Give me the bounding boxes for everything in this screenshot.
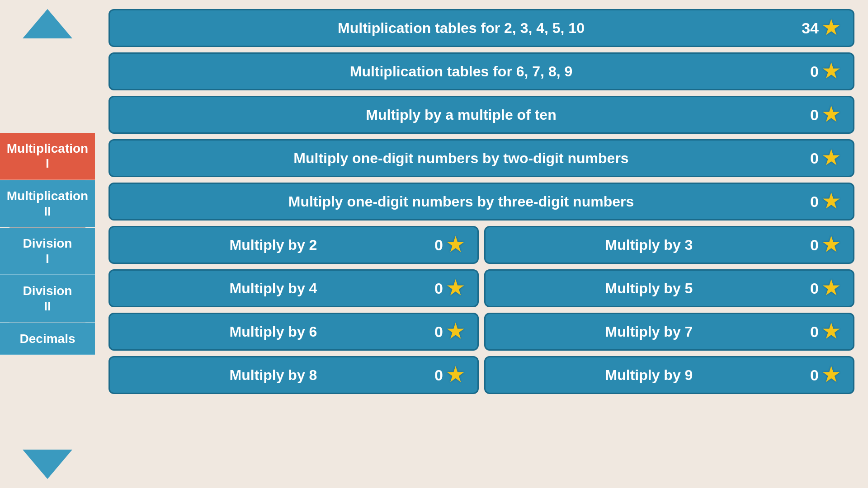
star-icon: ★ bbox=[822, 105, 840, 124]
score-area: 0 ★ bbox=[799, 279, 840, 298]
score-area: 0 ★ bbox=[799, 322, 840, 341]
topic-label: Multiply by 8 bbox=[123, 367, 423, 384]
sidebar-item-division-i[interactable]: DivisionI bbox=[0, 228, 95, 275]
score-area: 0 ★ bbox=[799, 235, 840, 254]
star-icon: ★ bbox=[822, 366, 840, 385]
score-area: 0 ★ bbox=[799, 105, 840, 124]
star-icon: ★ bbox=[822, 62, 840, 81]
topic-multiply-by-3[interactable]: Multiply by 3 0 ★ bbox=[484, 226, 854, 264]
sidebar: MultiplicationI MultiplicationII Divisio… bbox=[0, 0, 95, 488]
topic-mult-one-three-digit[interactable]: Multiply one-digit numbers by three-digi… bbox=[108, 183, 854, 221]
grid-row-6-7: Multiply by 6 0 ★ Multiply by 7 0 ★ bbox=[108, 313, 854, 351]
star-icon: ★ bbox=[447, 366, 464, 385]
topic-label: Multiply by 5 bbox=[499, 280, 799, 297]
topic-mult-tables-2-3-4-5-10[interactable]: Multiplication tables for 2, 3, 4, 5, 10… bbox=[108, 9, 854, 47]
score-area: 0 ★ bbox=[799, 366, 840, 385]
sidebar-item-division-ii[interactable]: DivisionII bbox=[0, 275, 95, 322]
star-icon: ★ bbox=[447, 279, 464, 298]
score-area: 34 ★ bbox=[799, 19, 840, 38]
sidebar-items: MultiplicationI MultiplicationII Divisio… bbox=[0, 38, 95, 450]
topic-label: Multiply by 3 bbox=[499, 237, 799, 253]
topic-mult-multiple-ten[interactable]: Multiply by a multiple of ten 0 ★ bbox=[108, 96, 854, 134]
topic-multiply-by-2[interactable]: Multiply by 2 0 ★ bbox=[108, 226, 479, 264]
score-value: 34 bbox=[802, 19, 819, 37]
scroll-down-arrow[interactable] bbox=[23, 450, 72, 479]
topic-multiply-by-4[interactable]: Multiply by 4 0 ★ bbox=[108, 269, 479, 307]
scroll-up-arrow[interactable] bbox=[23, 9, 72, 38]
score-value: 0 bbox=[434, 366, 443, 384]
main-content: Multiplication tables for 2, 3, 4, 5, 10… bbox=[95, 0, 868, 488]
score-area: 0 ★ bbox=[423, 322, 464, 341]
topic-label: Multiplication tables for 6, 7, 8, 9 bbox=[123, 63, 799, 80]
sidebar-item-multiplication-ii[interactable]: MultiplicationII bbox=[0, 180, 95, 227]
score-value: 0 bbox=[810, 236, 819, 254]
topic-multiply-by-5[interactable]: Multiply by 5 0 ★ bbox=[484, 269, 854, 307]
grid-row-8-9: Multiply by 8 0 ★ Multiply by 9 0 ★ bbox=[108, 356, 854, 394]
topic-mult-one-two-digit[interactable]: Multiply one-digit numbers by two-digit … bbox=[108, 139, 854, 177]
score-value: 0 bbox=[434, 280, 443, 297]
topic-multiply-by-7[interactable]: Multiply by 7 0 ★ bbox=[484, 313, 854, 351]
topic-label: Multiplication tables for 2, 3, 4, 5, 10 bbox=[123, 20, 799, 37]
star-icon: ★ bbox=[447, 322, 464, 341]
grid-row-4-5: Multiply by 4 0 ★ Multiply by 5 0 ★ bbox=[108, 269, 854, 307]
score-value: 0 bbox=[810, 366, 819, 384]
star-icon: ★ bbox=[822, 279, 840, 298]
star-icon: ★ bbox=[447, 235, 464, 254]
topic-mult-tables-6-7-8-9[interactable]: Multiplication tables for 6, 7, 8, 9 0 ★ bbox=[108, 52, 854, 90]
sidebar-item-decimals[interactable]: Decimals bbox=[0, 323, 95, 356]
topic-label: Multiply by 9 bbox=[499, 367, 799, 384]
score-value: 0 bbox=[810, 63, 819, 80]
score-value: 0 bbox=[810, 193, 819, 211]
star-icon: ★ bbox=[822, 322, 840, 341]
score-area: 0 ★ bbox=[799, 192, 840, 211]
topic-multiply-by-6[interactable]: Multiply by 6 0 ★ bbox=[108, 313, 479, 351]
score-value: 0 bbox=[434, 236, 443, 254]
score-value: 0 bbox=[810, 150, 819, 167]
star-icon: ★ bbox=[822, 149, 840, 168]
sidebar-item-multiplication-i[interactable]: MultiplicationI bbox=[0, 133, 95, 180]
topic-multiply-by-9[interactable]: Multiply by 9 0 ★ bbox=[484, 356, 854, 394]
star-icon: ★ bbox=[822, 19, 840, 38]
topic-label: Multiply by 4 bbox=[123, 280, 423, 297]
score-value: 0 bbox=[434, 323, 443, 341]
grid-row-2-3: Multiply by 2 0 ★ Multiply by 3 0 ★ bbox=[108, 226, 854, 264]
score-value: 0 bbox=[810, 280, 819, 297]
topic-label: Multiply by 7 bbox=[499, 324, 799, 340]
topic-label: Multiply by 6 bbox=[123, 324, 423, 340]
star-icon: ★ bbox=[822, 192, 840, 211]
score-area: 0 ★ bbox=[423, 279, 464, 298]
score-area: 0 ★ bbox=[799, 149, 840, 168]
topic-label: Multiply by 2 bbox=[123, 237, 423, 253]
topic-label: Multiply one-digit numbers by three-digi… bbox=[123, 193, 799, 210]
star-icon: ★ bbox=[822, 235, 840, 254]
topic-multiply-by-8[interactable]: Multiply by 8 0 ★ bbox=[108, 356, 479, 394]
score-area: 0 ★ bbox=[423, 366, 464, 385]
topic-label: Multiply one-digit numbers by two-digit … bbox=[123, 150, 799, 167]
score-value: 0 bbox=[810, 323, 819, 341]
score-area: 0 ★ bbox=[799, 62, 840, 81]
topic-label: Multiply by a multiple of ten bbox=[123, 107, 799, 123]
score-value: 0 bbox=[810, 106, 819, 124]
score-area: 0 ★ bbox=[423, 235, 464, 254]
